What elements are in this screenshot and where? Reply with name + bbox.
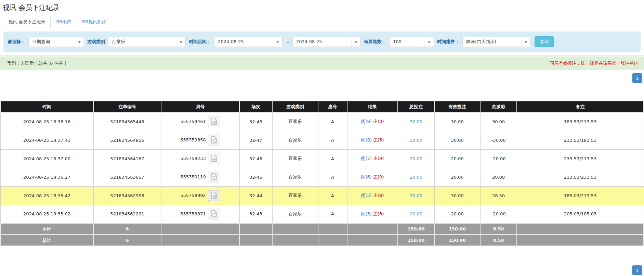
payout: 28.50 — [480, 186, 517, 205]
total-bet-link[interactable]: 30.00 — [410, 119, 422, 124]
session-number: 32-44 — [239, 186, 272, 205]
valid-bet: 20.00 — [434, 205, 480, 223]
remark: 233.53/213.53 — [517, 149, 644, 168]
session-number: 32-45 — [239, 168, 272, 186]
filter-bar: 请选择： 日期查询 ▼ 游戏类别 百家乐 ▼ 时间区间： 2024-08-25 … — [3, 32, 641, 52]
banker-result: 庄(0) — [373, 174, 384, 179]
chevron-down-icon[interactable]: ▼ — [424, 37, 434, 47]
total-bet-cell: 30.00 — [398, 112, 434, 131]
chevron-down-icon[interactable]: ▼ — [351, 37, 360, 47]
query-type-label: 请选择： — [8, 39, 25, 45]
valid-bet: 20.00 — [434, 168, 480, 186]
total-bet-link[interactable]: 20.00 — [410, 211, 422, 216]
banker-result: 庄(0) — [373, 119, 384, 124]
bet-time: 2024-08-25 18:37:41 — [0, 131, 93, 149]
player-result: 闲(3) — [361, 193, 372, 198]
subtotal-row: 小计 6 150.00 150.00 8.50 — [0, 223, 644, 235]
col-header-result: 结果 — [347, 101, 398, 112]
video-replay-button[interactable] — [208, 116, 220, 127]
result-cell: 闲(3) 庄(8) — [347, 186, 398, 205]
date-to-input[interactable]: 2024-08-25 ▼ — [292, 37, 361, 47]
total-bet-link[interactable]: 20.00 — [410, 156, 422, 161]
remark: 183.53/213.53 — [517, 112, 644, 131]
total-bet-link[interactable]: 20.00 — [410, 175, 422, 180]
valid-bet: 30.00 — [434, 131, 480, 149]
video-replay-button[interactable] — [208, 153, 220, 164]
result-cell: 闲(5) 庄(3) — [347, 205, 398, 223]
per-page-select[interactable]: 100 ▼ — [389, 37, 434, 47]
table-body: 2024-08-25 18:38:16 521834565443 5557594… — [0, 112, 644, 223]
table-number: A — [318, 205, 347, 223]
date-from-input[interactable]: 2024-08-25 ▼ — [214, 37, 282, 47]
game-type: 百家乐 — [272, 205, 318, 223]
date-range-label: 时间区间： — [189, 39, 211, 45]
tab-bb-video-points[interactable]: BB视讯积分 — [77, 16, 111, 28]
table-row: 2024-08-25 18:35:42 521834562958 5557589… — [0, 186, 644, 205]
total-bet-cell: 30.00 — [398, 131, 434, 149]
video-replay-button[interactable] — [208, 190, 220, 201]
result-cell: 闲(9) 庄(5) — [347, 131, 398, 149]
chevron-down-icon[interactable]: ▼ — [176, 37, 185, 47]
time-sort-label: 时间排序： — [437, 39, 459, 45]
round-id: 555758992 — [180, 193, 206, 198]
video-replay-button[interactable] — [208, 135, 220, 146]
bet-id: 521834562291 — [93, 205, 161, 223]
round-id: 555759461 — [180, 119, 206, 124]
game-type: 百家乐 — [272, 168, 318, 186]
col-header-payout: 总派彩 — [480, 101, 517, 112]
remark: 213.53/183.53 — [517, 131, 644, 149]
remark: 185.03/213.53 — [517, 186, 644, 205]
film-document-icon — [211, 192, 217, 199]
query-type-select[interactable]: 日期查询 ▼ — [28, 37, 84, 47]
remark: 213.53/233.53 — [517, 168, 644, 186]
round-id-cell: 555759119 — [161, 168, 239, 186]
payout: -20.00 — [480, 149, 517, 168]
bet-id: 521834564187 — [93, 149, 161, 168]
bet-time: 2024-08-25 18:37:00 — [0, 149, 93, 168]
player-result: 闲(5) — [361, 211, 372, 216]
round-id: 555759119 — [180, 174, 206, 179]
payout: -20.00 — [480, 205, 517, 223]
player-result: 闲(9) — [361, 137, 372, 142]
col-header-total-bet: 总投注 — [398, 101, 434, 112]
table-number: A — [318, 149, 347, 168]
result-cell: 闲(9) 庄(0) — [347, 112, 398, 131]
bet-id: 521834563657 — [93, 168, 161, 186]
subtotal-valid-bet: 150.00 — [434, 223, 480, 235]
col-header-bet-id: 注单编号 — [93, 101, 161, 112]
tab-content-panel: 请选择： 日期查询 ▼ 游戏类别 百家乐 ▼ 时间区间： 2024-08-25 … — [0, 28, 644, 56]
bet-id: 521834565443 — [93, 112, 161, 131]
video-replay-button[interactable] — [208, 172, 220, 183]
game-type-select[interactable]: 百家乐 ▼ — [108, 37, 186, 47]
search-button[interactable]: 查询 — [535, 36, 554, 47]
total-bet-cell: 20.00 — [398, 168, 434, 186]
valid-bet-notice: 同局有效投注，统一计算在该局第一张注单内 — [550, 60, 639, 66]
chevron-down-icon[interactable]: ▼ — [75, 37, 84, 47]
table-row: 2024-08-25 18:37:00 521834564187 5557592… — [0, 149, 644, 168]
round-id: 555759233 — [180, 156, 206, 161]
col-header-round-id: 局号 — [161, 101, 239, 112]
chevron-down-icon[interactable]: ▼ — [521, 37, 530, 47]
video-replay-button[interactable] — [208, 209, 220, 219]
chevron-down-icon[interactable]: ▼ — [273, 37, 282, 47]
col-header-valid-bet: 有效投注 — [434, 101, 480, 112]
page-1-button[interactable]: 1 — [632, 73, 642, 83]
total-bet-link[interactable]: 30.00 — [410, 193, 422, 198]
time-sort-select[interactable]: 降幂(由大到小) ▼ — [462, 37, 531, 47]
tab-video-bet-records[interactable]: 视讯 会员下注纪录 — [3, 16, 51, 28]
banker-result: 庄(9) — [373, 156, 384, 161]
film-document-icon — [211, 155, 217, 162]
table-number: A — [318, 168, 347, 186]
table-row: 2024-08-25 18:38:16 521834565443 5557594… — [0, 112, 644, 131]
payout: 30.00 — [480, 112, 517, 131]
total-total-bet: 150.00 — [398, 235, 434, 246]
valid-bet: 30.00 — [434, 186, 480, 205]
tab-bb-tips[interactable]: BB小费 — [51, 16, 77, 28]
session-number: 32-46 — [239, 149, 272, 168]
per-page-label: 每页笔数： — [364, 39, 386, 45]
page-1-button[interactable]: 1 — [632, 265, 642, 275]
banker-result: 庄(8) — [373, 193, 384, 198]
result-cell: 闲(7) 庄(9) — [347, 149, 398, 168]
table-header-row: 时间 注单编号 局号 场次 游戏类别 桌号 结果 总投注 有效投注 总派彩 备注 — [0, 101, 644, 112]
total-bet-link[interactable]: 30.00 — [410, 138, 422, 143]
